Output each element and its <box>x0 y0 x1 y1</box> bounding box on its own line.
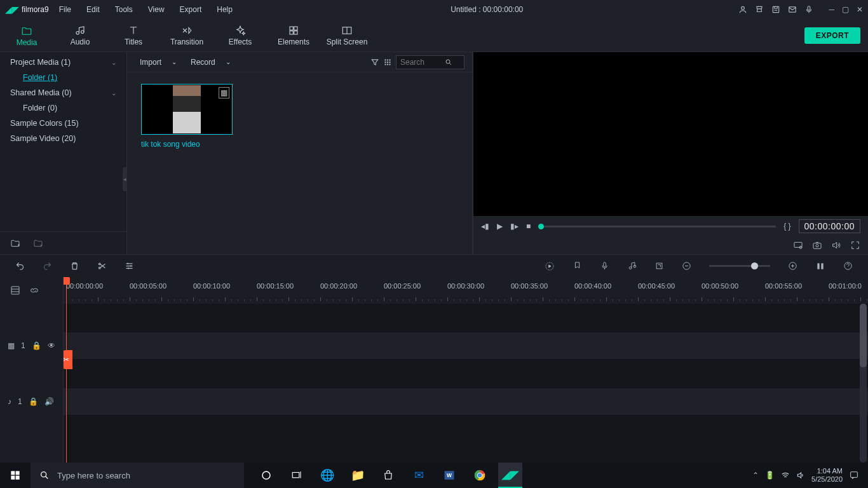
mute-icon[interactable]: 🔊 <box>44 397 54 406</box>
split-icon[interactable] <box>97 261 107 271</box>
search-box[interactable] <box>396 55 465 69</box>
clip-thumbnail[interactable]: ▦ <box>141 84 233 135</box>
chevron-down-icon[interactable]: ⌄ <box>111 59 116 66</box>
filter-icon[interactable] <box>370 58 379 67</box>
timeline-scrollbar[interactable] <box>860 304 867 463</box>
prev-frame-icon[interactable]: ◂▮ <box>481 222 489 231</box>
start-button[interactable] <box>0 463 31 488</box>
tray-expand-icon[interactable]: ⌃ <box>752 471 759 480</box>
redo-icon[interactable] <box>43 261 52 271</box>
delete-folder-icon[interactable] <box>33 238 43 248</box>
progress-handle[interactable] <box>538 224 544 229</box>
video-track[interactable] <box>64 332 868 360</box>
zoom-handle[interactable] <box>751 262 758 269</box>
stop-icon[interactable]: ■ <box>526 222 531 231</box>
tree-shared-media[interactable]: Shared Media (0)⌄ <box>0 85 126 100</box>
scrollbar-thumb[interactable] <box>860 304 867 367</box>
menu-tools[interactable]: Tools <box>112 3 135 17</box>
display-settings-icon[interactable] <box>793 240 803 250</box>
tree-sample-colors[interactable]: Sample Colors (15) <box>0 116 126 131</box>
playhead[interactable]: ✂ <box>66 277 67 463</box>
record-dropdown[interactable]: Record⌄ <box>186 57 236 68</box>
audio-track-head[interactable]: ♪ 1 🔒 🔊 <box>0 388 63 416</box>
zoom-slider[interactable] <box>709 265 770 267</box>
chrome-icon[interactable] <box>468 463 492 488</box>
new-folder-icon[interactable] <box>10 238 20 248</box>
chevron-down-icon[interactable]: ⌄ <box>111 90 116 97</box>
mail-icon[interactable]: ✉ <box>407 463 431 488</box>
audio-track[interactable] <box>64 388 868 416</box>
markers-icon[interactable]: { } <box>783 222 790 231</box>
linking-icon[interactable] <box>29 285 39 295</box>
tree-folder-0[interactable]: Folder (0) <box>0 100 126 116</box>
taskview-icon[interactable] <box>285 463 309 488</box>
manage-tracks-icon[interactable] <box>10 285 20 295</box>
explorer-icon[interactable]: 📁 <box>346 463 370 488</box>
edge-icon[interactable]: 🌐 <box>315 463 339 488</box>
export-button[interactable]: EXPORT <box>804 27 860 44</box>
search-input[interactable] <box>400 58 441 67</box>
undo-icon[interactable] <box>15 261 25 271</box>
search-icon[interactable] <box>445 58 452 66</box>
wifi-icon[interactable] <box>781 471 790 480</box>
snapshot-icon[interactable] <box>812 240 822 250</box>
voiceover-icon[interactable] <box>600 261 609 271</box>
tab-elements[interactable]: Elements <box>267 19 320 52</box>
zoom-in-icon[interactable] <box>788 261 797 271</box>
menu-help[interactable]: Help <box>214 3 235 17</box>
adjust-icon[interactable] <box>125 261 134 271</box>
collapse-handle[interactable]: ◂ <box>123 167 127 191</box>
tree-folder-1[interactable]: Folder (1) <box>0 70 126 85</box>
play-icon[interactable]: ▶ <box>497 222 503 231</box>
marker-icon[interactable] <box>573 261 582 271</box>
fullscreen-icon[interactable] <box>850 240 860 250</box>
menu-view[interactable]: View <box>146 3 167 17</box>
next-frame-icon[interactable]: ▮▸ <box>510 222 519 231</box>
tab-transition[interactable]: Transition <box>160 19 214 52</box>
audio-mixer-icon[interactable] <box>627 261 637 271</box>
cart-icon[interactable] <box>755 5 764 14</box>
word-icon[interactable]: W <box>437 463 461 488</box>
crop-icon[interactable] <box>654 261 664 271</box>
render-preview-icon[interactable] <box>545 261 555 271</box>
filmora-task-icon[interactable]: ◢◤ <box>498 463 522 488</box>
mic-icon[interactable] <box>804 5 813 14</box>
store-icon[interactable] <box>376 463 400 488</box>
account-icon[interactable] <box>738 5 747 14</box>
clock[interactable]: 1:04 AM 5/25/2020 <box>811 467 843 484</box>
delete-icon[interactable] <box>70 261 79 271</box>
minimize-icon[interactable]: ─ <box>829 5 834 14</box>
menu-edit[interactable]: Edit <box>84 3 102 17</box>
cortana-icon[interactable] <box>254 463 278 488</box>
volume-icon[interactable] <box>796 471 805 480</box>
tab-media[interactable]: Media <box>0 19 53 52</box>
tab-audio[interactable]: Audio <box>53 19 107 52</box>
zoom-out-icon[interactable] <box>682 261 691 271</box>
lock-icon[interactable]: 🔒 <box>32 341 41 350</box>
notifications-icon[interactable] <box>849 470 859 480</box>
battery-icon[interactable]: 🔋 <box>765 471 775 480</box>
eye-icon[interactable]: 👁 <box>48 341 55 350</box>
video-track-head[interactable]: ▦ 1 🔒 👁 <box>0 332 63 360</box>
menu-file[interactable]: File <box>57 3 74 17</box>
timeline-tracks[interactable]: 00:00:00:0000:00:05:0000:00:10:0000:00:1… <box>64 277 868 463</box>
taskbar-search[interactable]: Type here to search <box>31 463 244 488</box>
volume-icon[interactable] <box>831 240 841 250</box>
tab-effects[interactable]: Effects <box>214 19 267 52</box>
zoom-fit-icon[interactable] <box>815 261 825 271</box>
tree-project-media[interactable]: Project Media (1)⌄ <box>0 55 126 70</box>
preview-viewport[interactable] <box>473 52 868 216</box>
media-clip[interactable]: ▦ tik tok song video <box>141 84 233 149</box>
maximize-icon[interactable]: ▢ <box>842 5 849 14</box>
close-icon[interactable]: ✕ <box>857 5 863 14</box>
import-dropdown[interactable]: Import⌄ <box>135 57 182 68</box>
grid-view-icon[interactable] <box>383 58 392 67</box>
tree-sample-video[interactable]: Sample Video (20) <box>0 131 126 146</box>
tab-splitscreen[interactable]: Split Screen <box>320 19 374 52</box>
timeline-ruler[interactable]: 00:00:00:0000:00:05:0000:00:10:0000:00:1… <box>64 277 868 304</box>
tab-titles[interactable]: Titles <box>107 19 160 52</box>
message-icon[interactable] <box>788 5 797 14</box>
scissors-icon[interactable]: ✂ <box>64 350 72 369</box>
save-icon[interactable] <box>771 5 780 14</box>
help-icon[interactable] <box>843 261 853 271</box>
